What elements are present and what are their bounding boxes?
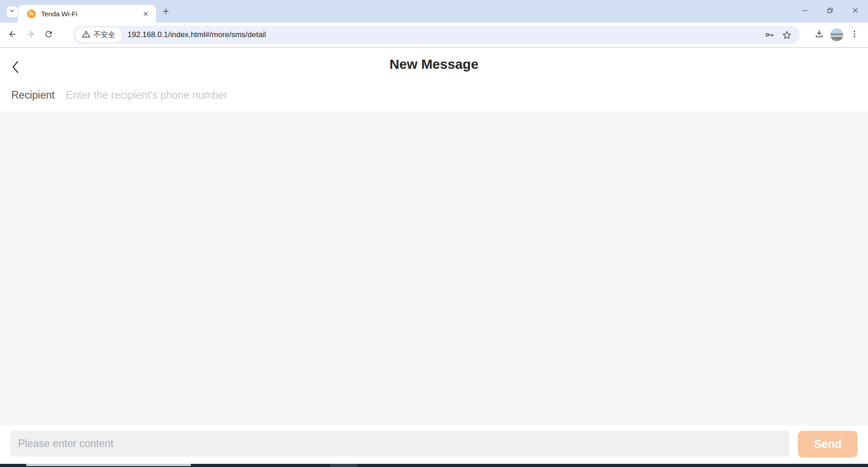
message-content-input[interactable] bbox=[10, 431, 789, 457]
minimize-icon bbox=[802, 7, 808, 16]
reload-button[interactable] bbox=[41, 27, 56, 43]
send-button[interactable]: Send bbox=[798, 431, 858, 457]
tab-search-button[interactable] bbox=[7, 6, 18, 17]
sms-new-message-page: New Message Recipient Send bbox=[0, 48, 868, 464]
window-controls bbox=[792, 0, 868, 23]
restore-icon bbox=[826, 7, 834, 16]
plus-icon bbox=[162, 8, 170, 17]
download-icon bbox=[814, 29, 824, 41]
browser-menu-button[interactable] bbox=[847, 27, 862, 43]
active-tab[interactable]: Te Tenda Wi-Fi bbox=[18, 5, 156, 23]
back-button[interactable] bbox=[5, 27, 20, 43]
taskbar-segment bbox=[330, 464, 357, 467]
tab-title: Tenda Wi-Fi bbox=[41, 10, 142, 18]
warning-icon bbox=[82, 30, 90, 40]
address-bar[interactable]: 不安全 192.168.0.1/index.html#/more/sms/det… bbox=[73, 26, 800, 44]
tenda-favicon-icon: Te bbox=[27, 10, 36, 18]
recipient-label: Recipient bbox=[11, 89, 55, 101]
arrow-back-icon bbox=[8, 29, 17, 41]
close-icon bbox=[852, 7, 859, 16]
bookmark-star-icon[interactable] bbox=[780, 28, 793, 42]
password-key-icon[interactable] bbox=[763, 28, 776, 42]
tab-strip: Te Tenda Wi-Fi bbox=[0, 0, 868, 23]
taskbar-edge bbox=[0, 464, 868, 467]
forward-button[interactable] bbox=[23, 27, 38, 43]
three-dots-icon bbox=[850, 30, 859, 40]
page-title: New Message bbox=[0, 57, 868, 72]
favicon-text: Te bbox=[29, 11, 34, 16]
recipient-input[interactable] bbox=[66, 89, 859, 101]
window-minimize-button[interactable] bbox=[792, 0, 817, 23]
browser-toolbar: 不安全 192.168.0.1/index.html#/more/sms/det… bbox=[0, 23, 868, 48]
chevron-down-icon bbox=[9, 8, 15, 16]
window-restore-button[interactable] bbox=[817, 0, 843, 23]
tab-close-icon[interactable] bbox=[142, 10, 150, 18]
downloads-button[interactable] bbox=[811, 27, 827, 43]
taskbar-segment bbox=[26, 464, 191, 466]
recipient-row: Recipient bbox=[11, 86, 859, 104]
url-text[interactable]: 192.168.0.1/index.html#/more/sms/detail bbox=[127, 30, 759, 39]
security-label: 不安全 bbox=[94, 30, 115, 40]
profile-avatar[interactable] bbox=[830, 29, 843, 41]
reload-icon bbox=[44, 29, 53, 41]
composer-bar: Send bbox=[0, 425, 868, 464]
arrow-forward-icon bbox=[26, 29, 35, 41]
message-history-area bbox=[0, 111, 868, 425]
window-close-button[interactable] bbox=[843, 0, 868, 23]
new-tab-button[interactable] bbox=[160, 7, 171, 18]
security-chip[interactable]: 不安全 bbox=[75, 28, 122, 42]
